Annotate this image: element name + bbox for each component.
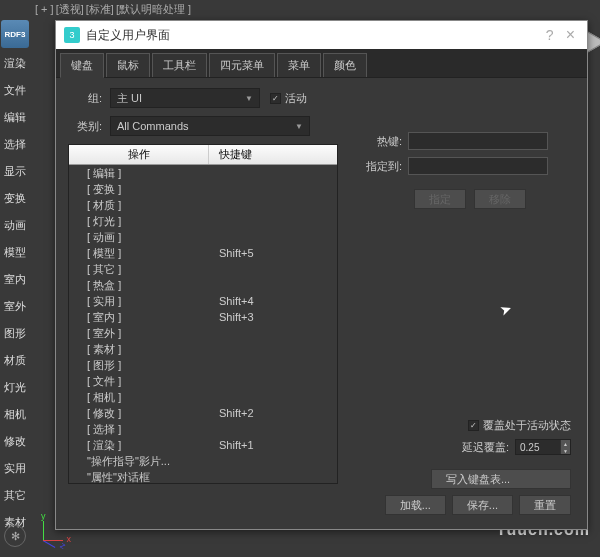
- table-row[interactable]: [ 动画 ]: [69, 229, 337, 245]
- viewport-plus[interactable]: [ + ]: [35, 3, 54, 15]
- side-btn-render[interactable]: 渲染: [0, 50, 30, 77]
- reset-button[interactable]: 重置: [519, 495, 571, 515]
- override-label: 覆盖处于活动状态: [483, 418, 571, 433]
- side-btn-file[interactable]: 文件: [0, 77, 30, 104]
- table-row[interactable]: "操作指导"影片...: [69, 453, 337, 469]
- table-row[interactable]: [ 室外 ]: [69, 325, 337, 341]
- table-row[interactable]: [ 修改 ]Shift+2: [69, 405, 337, 421]
- table-row[interactable]: "属性"对话框: [69, 469, 337, 483]
- app-icon: 3: [64, 27, 80, 43]
- side-btn-select[interactable]: 选择: [0, 131, 30, 158]
- table-row[interactable]: [ 编辑 ]: [69, 165, 337, 181]
- table-row[interactable]: [ 素材 ]: [69, 341, 337, 357]
- table-row[interactable]: [ 灯光 ]: [69, 213, 337, 229]
- viewport-standard[interactable]: [标准]: [86, 2, 114, 17]
- side-btn-transform[interactable]: 变换: [0, 185, 30, 212]
- side-btn-anim[interactable]: 动画: [0, 212, 30, 239]
- table-row[interactable]: [ 文件 ]: [69, 373, 337, 389]
- side-btn-other[interactable]: 其它: [0, 482, 30, 509]
- gear-icon[interactable]: ✻: [4, 525, 26, 547]
- active-checkbox[interactable]: ✓ 活动: [270, 91, 307, 106]
- table-row[interactable]: [ 相机 ]: [69, 389, 337, 405]
- table-row[interactable]: [ 图形 ]: [69, 357, 337, 373]
- table-row[interactable]: [ 选择 ]: [69, 421, 337, 437]
- tab-menu[interactable]: 菜单: [277, 53, 321, 77]
- close-button[interactable]: ×: [562, 26, 579, 44]
- side-btn-utility[interactable]: 实用: [0, 455, 30, 482]
- hotkey-label: 热键:: [356, 134, 408, 149]
- assigned-input[interactable]: [408, 157, 548, 175]
- viewport-persp[interactable]: [透视]: [56, 2, 84, 17]
- side-btn-display[interactable]: 显示: [0, 158, 30, 185]
- category-dropdown[interactable]: All Commands ▼: [110, 116, 310, 136]
- viewport-shading[interactable]: [默认明暗处理 ]: [116, 2, 191, 17]
- commands-table: 操作 快捷键 [ 编辑 ][ 变换 ][ 材质 ][ 灯光 ][ 动画 ][ 模…: [68, 144, 338, 484]
- save-button[interactable]: 保存...: [452, 495, 513, 515]
- table-row[interactable]: [ 实用 ]Shift+4: [69, 293, 337, 309]
- customize-ui-dialog: 3 自定义用户界面 ? × 键盘 鼠标 工具栏 四元菜单 菜单 颜色 组: 主 …: [55, 20, 588, 530]
- table-row[interactable]: [ 变换 ]: [69, 181, 337, 197]
- tab-strip: 键盘 鼠标 工具栏 四元菜单 菜单 颜色: [56, 49, 587, 78]
- side-btn-material[interactable]: 材质: [0, 347, 30, 374]
- chevron-down-icon: ▼: [245, 94, 253, 103]
- chevron-down-icon: ▼: [295, 122, 303, 131]
- remove-button[interactable]: 移除: [474, 189, 526, 209]
- tab-quad[interactable]: 四元菜单: [209, 53, 275, 77]
- table-body[interactable]: [ 编辑 ][ 变换 ][ 材质 ][ 灯光 ][ 动画 ][ 模型 ]Shif…: [69, 165, 337, 483]
- col-shortcut[interactable]: 快捷键: [209, 145, 337, 164]
- tab-mouse[interactable]: 鼠标: [106, 53, 150, 77]
- tab-toolbar[interactable]: 工具栏: [152, 53, 207, 77]
- side-btn-modify[interactable]: 修改: [0, 428, 30, 455]
- load-button[interactable]: 加载...: [385, 495, 446, 515]
- tab-keyboard[interactable]: 键盘: [60, 53, 104, 78]
- table-row[interactable]: [ 材质 ]: [69, 197, 337, 213]
- assigned-label: 指定到:: [356, 159, 408, 174]
- side-btn-light[interactable]: 灯光: [0, 374, 30, 401]
- delay-label: 延迟覆盖:: [462, 440, 509, 455]
- cursor-icon: ➤: [498, 299, 515, 318]
- tab-color[interactable]: 颜色: [323, 53, 367, 77]
- override-checkbox[interactable]: ✓: [468, 420, 479, 431]
- side-btn-indoor[interactable]: 室内: [0, 266, 30, 293]
- dialog-titlebar[interactable]: 3 自定义用户界面 ? ×: [56, 21, 587, 49]
- write-keyboard-button[interactable]: 写入键盘表...: [431, 469, 571, 489]
- table-row[interactable]: [ 模型 ]Shift+5: [69, 245, 337, 261]
- group-label: 组:: [68, 91, 110, 106]
- help-button[interactable]: ?: [546, 27, 554, 43]
- side-btn-edit[interactable]: 编辑: [0, 104, 30, 131]
- side-btn-model[interactable]: 模型: [0, 239, 30, 266]
- table-row[interactable]: [ 热盒 ]: [69, 277, 337, 293]
- hotkey-input[interactable]: [408, 132, 548, 150]
- side-btn-shape[interactable]: 图形: [0, 320, 30, 347]
- table-row[interactable]: [ 其它 ]: [69, 261, 337, 277]
- side-btn-outdoor[interactable]: 室外: [0, 293, 30, 320]
- col-action[interactable]: 操作: [69, 145, 209, 164]
- dialog-title: 自定义用户界面: [86, 27, 546, 44]
- delay-spinner[interactable]: 0.25 ▲▼: [515, 439, 571, 455]
- rdf3-icon[interactable]: RDF3: [1, 20, 29, 48]
- table-row[interactable]: [ 室内 ]Shift+3: [69, 309, 337, 325]
- side-btn-camera[interactable]: 相机: [0, 401, 30, 428]
- category-label: 类别:: [68, 119, 110, 134]
- table-row[interactable]: [ 渲染 ]Shift+1: [69, 437, 337, 453]
- group-dropdown[interactable]: 主 UI ▼: [110, 88, 260, 108]
- side-toolbar: RDF3 渲染 文件 编辑 选择 显示 变换 动画 模型 室内 室外 图形 材质…: [0, 18, 30, 536]
- assign-button[interactable]: 指定: [414, 189, 466, 209]
- viewport-label-bar: [ + ] [透视] [标准] [默认明暗处理 ]: [35, 0, 191, 18]
